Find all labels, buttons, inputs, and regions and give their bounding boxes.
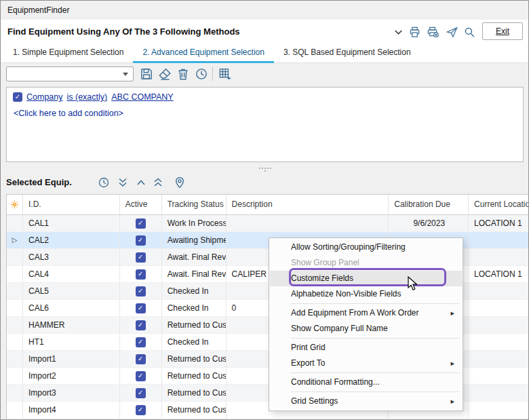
cell-id: HT1 [23, 334, 120, 351]
filter-condition-panel: Company is (exactly) ABC COMPANY <Click … [6, 87, 524, 162]
move-up-icon[interactable] [134, 176, 148, 189]
move-all-up-icon[interactable] [151, 176, 165, 189]
menu-separator [291, 303, 460, 304]
menu-item-grid-settings[interactable]: Grid Settings [270, 394, 462, 409]
condition-value-link[interactable]: ABC COMPANY [111, 92, 173, 102]
row-indicator [7, 215, 23, 232]
tab-simple-equipment-selection[interactable]: 1. Simple Equipment Selection [3, 44, 133, 63]
tab-strip: 1. Simple Equipment Selection 2. Advance… [1, 44, 529, 63]
filter-toolbar [1, 63, 529, 85]
history-icon[interactable] [194, 66, 209, 81]
tab-advanced-equipment-selection[interactable]: 2. Advanced Equipment Selection [133, 44, 273, 63]
clear-icon[interactable] [157, 66, 172, 81]
cell-id: CAL5 [23, 283, 120, 300]
active-checkbox[interactable] [136, 405, 146, 415]
cell-active [120, 368, 162, 385]
cell-active [120, 300, 162, 317]
active-checkbox[interactable] [136, 303, 146, 313]
table-row[interactable]: CAL1 Work In Process 9/6/2023 LOCATION 1 [7, 215, 529, 232]
history-icon[interactable] [97, 176, 111, 189]
menu-item-alphabetize-non-visible-fields[interactable]: Alphabetize Non-Visible Fields [270, 286, 462, 302]
cell-current-location [469, 351, 529, 368]
column-header-tracking-status[interactable]: Tracking Status [162, 195, 227, 214]
active-checkbox[interactable] [136, 235, 146, 246]
column-header-id[interactable]: I.D. [23, 195, 120, 214]
active-checkbox[interactable] [136, 388, 146, 398]
cell-tracking-status: Returned to Custo [162, 368, 227, 385]
column-header-current-location[interactable]: Current Location [469, 195, 529, 214]
location-icon[interactable] [173, 176, 187, 189]
customize-icon[interactable] [7, 195, 23, 214]
exit-button[interactable]: Exit [482, 22, 523, 40]
splitter-handle[interactable] [259, 167, 271, 172]
menu-separator [291, 338, 460, 339]
column-header-active[interactable]: Active [120, 195, 162, 214]
print-options-icon[interactable] [427, 26, 439, 39]
active-checkbox[interactable] [136, 354, 146, 364]
cell-id: CAL6 [23, 300, 120, 317]
menu-item-allow-sorting-grouping-filtering[interactable]: Allow Sorting/Grouping/Filtering [270, 240, 462, 255]
move-all-down-icon[interactable] [116, 176, 130, 189]
cell-tracking-status: Work In Process [162, 215, 227, 232]
cell-current-location [469, 385, 529, 402]
search-icon[interactable] [463, 26, 476, 39]
active-checkbox[interactable] [136, 218, 146, 229]
column-header-calibration-due[interactable]: Calibration Due [389, 195, 469, 214]
saved-filter-combo[interactable] [6, 66, 134, 81]
print-icon[interactable] [408, 26, 421, 39]
cell-current-location [469, 283, 529, 300]
row-indicator [7, 232, 23, 249]
cell-current-location: LOCATION 1 [469, 215, 529, 232]
menu-item-conditional-formatting[interactable]: Conditional Formatting... [270, 375, 462, 390]
condition-field-link[interactable]: Company [26, 92, 63, 102]
send-icon[interactable] [446, 26, 458, 39]
cell-tracking-status: Returned to Custo [162, 385, 227, 402]
menu-item-show-company-full-name[interactable]: Show Company Full Name [270, 321, 462, 337]
tab-sql-based-equipment-selection[interactable]: 3. SQL Based Equipment Selection [274, 44, 420, 63]
cell-current-location [469, 368, 529, 385]
menu-item-add-equipment-from-work-order[interactable]: Add Equipment From A Work Order [270, 305, 462, 321]
cell-id: Import1 [23, 351, 120, 368]
row-indicator [7, 385, 23, 402]
menu-item-export-to[interactable]: Export To [270, 356, 462, 371]
dropdown-chevron-icon[interactable] [392, 26, 405, 39]
cell-tracking-status: Returned to Custo [162, 402, 227, 419]
cell-id: CAL1 [23, 215, 120, 232]
delete-icon[interactable] [176, 66, 191, 81]
cell-current-location [469, 249, 529, 266]
menu-item-customize-fields[interactable]: Customize Fields [270, 271, 462, 286]
cell-current-location [469, 317, 529, 334]
window-title: EquipmentFinder [7, 5, 69, 15]
cell-id: CAL2 [23, 232, 120, 249]
cell-id: Import3 [23, 385, 120, 402]
column-header-description[interactable]: Description [227, 195, 389, 214]
row-indicator [7, 351, 23, 368]
cell-id: HAMMER [23, 317, 120, 334]
condition-operator-link[interactable]: is (exactly) [67, 92, 108, 102]
row-indicator [7, 402, 23, 419]
cell-id: Import2 [23, 368, 120, 385]
active-checkbox[interactable] [136, 371, 146, 381]
active-checkbox[interactable] [136, 269, 146, 280]
active-checkbox[interactable] [136, 286, 146, 297]
row-indicator [7, 368, 23, 385]
active-checkbox[interactable] [136, 320, 146, 330]
menu-item-print-grid[interactable]: Print Grid [270, 340, 462, 356]
cell-active [120, 334, 162, 351]
cell-active [120, 283, 162, 300]
cell-active [120, 266, 162, 283]
active-checkbox[interactable] [136, 337, 146, 347]
active-checkbox[interactable] [136, 252, 146, 263]
cell-tracking-status: Await. Final Reviev [162, 266, 227, 283]
cell-active [120, 249, 162, 266]
save-icon[interactable] [139, 66, 154, 81]
grid-icon[interactable] [218, 66, 233, 81]
cell-active [120, 215, 162, 232]
page-title: Find Equipment Using Any Of The 3 Follow… [7, 26, 240, 37]
condition-checkbox[interactable] [13, 92, 22, 102]
add-condition-link[interactable]: <Click here to add condition> [14, 109, 123, 118]
cell-calibration-due: 9/6/2023 [389, 215, 469, 232]
exit-label: Exit [496, 26, 509, 36]
cell-tracking-status: Returned to Custo [162, 351, 227, 368]
cell-tracking-status: Checked In [162, 334, 227, 351]
